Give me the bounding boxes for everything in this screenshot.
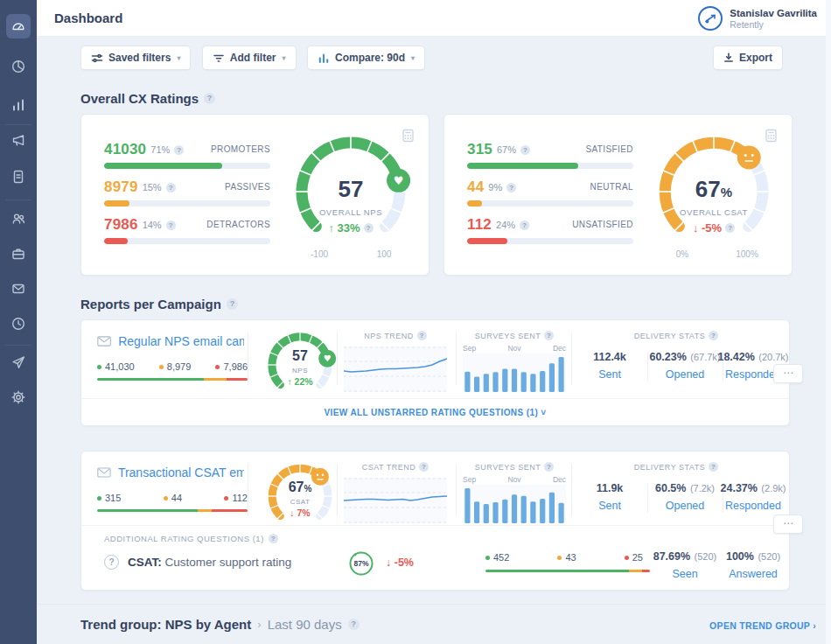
legend-detractors: 7,986 <box>215 361 248 372</box>
help-icon[interactable]: ? <box>709 462 718 472</box>
mini-gauge-delta: ↓ 7% <box>290 508 310 518</box>
overall-csat-card: 315 67% ? SATISFIED 44 9% ? NEUTRAL 11 <box>443 114 793 276</box>
surveys-bar-chart <box>463 485 566 523</box>
saved-filters-button[interactable]: Saved filters ▾ <box>80 46 191 70</box>
green-dot-icon <box>485 556 490 560</box>
add-filter-button[interactable]: Add filter ▾ <box>202 46 297 70</box>
opened-link[interactable]: Opened <box>649 500 721 512</box>
sidebar-item-outreach[interactable] <box>6 350 31 374</box>
responded-link[interactable]: Responded <box>717 500 789 512</box>
help-icon[interactable]: ? <box>166 220 176 230</box>
campaign-more-button[interactable]: ⋯ <box>773 514 803 534</box>
neutral-bar-track <box>467 200 633 206</box>
app-root: Dashboard Stanislav Gavrilita Retently S… <box>0 0 831 644</box>
calculator-icon[interactable] <box>765 129 778 143</box>
divider <box>248 332 248 385</box>
sidebar-item-reports-bars[interactable] <box>6 93 31 117</box>
overall-section-title: Overall CX Ratings ? <box>80 91 215 106</box>
sidebar-divider <box>5 345 31 346</box>
sidebar-item-campaigns[interactable] <box>6 128 31 152</box>
compare-chart-icon <box>318 52 330 64</box>
campaign-title-link[interactable]: Transactional CSAT email... <box>118 466 244 480</box>
sidebar-item-company[interactable] <box>6 242 31 266</box>
help-icon[interactable]: ? <box>544 462 554 472</box>
help-icon[interactable]: ? <box>364 223 374 233</box>
sidebar-item-settings[interactable] <box>6 385 31 410</box>
stat-seen: 87.69% (520) Seen <box>649 548 721 580</box>
answered-link[interactable]: Answered <box>717 568 789 580</box>
campaign-card-footer: VIEW ALL UNSTARRED RATING QUESTIONS (1) … <box>81 398 789 426</box>
green-dot-icon <box>97 365 101 369</box>
neutral-bar-fill <box>467 200 482 206</box>
answered-paren: (520) <box>758 551 780 562</box>
help-icon[interactable]: ? <box>544 331 554 340</box>
trend-sparkline <box>344 478 447 523</box>
help-icon[interactable]: ? <box>174 145 184 155</box>
compare-label: Compare: 90d <box>335 52 405 64</box>
seen-link[interactable]: Seen <box>649 568 721 580</box>
delivery-stats-label: DELIVERY STATS? <box>571 331 781 340</box>
calculator-icon[interactable] <box>402 129 415 143</box>
user-menu[interactable]: Stanislav Gavrilita Retently <box>698 6 817 31</box>
campaign-title-link[interactable]: Regular NPS email camp... <box>118 334 244 348</box>
help-icon[interactable]: ? <box>227 298 238 310</box>
mini-gauge-label: NPS <box>292 367 308 374</box>
open-trend-group-link[interactable]: OPEN TREND GROUP › <box>709 620 816 631</box>
help-icon[interactable]: ? <box>709 331 718 340</box>
question-circle-icon: ? <box>104 555 119 570</box>
divider <box>456 464 457 516</box>
help-icon[interactable]: ? <box>204 93 215 104</box>
legend-passives-value: 8,979 <box>167 361 192 372</box>
sidebar-item-templates[interactable] <box>6 164 31 189</box>
help-icon[interactable]: ? <box>725 223 735 233</box>
sidebar-item-customers[interactable] <box>6 206 31 231</box>
satisfied-bar-track <box>467 163 633 169</box>
divider <box>571 332 572 385</box>
document-icon <box>10 168 27 186</box>
help-icon[interactable]: ? <box>506 183 516 192</box>
brand-logo-icon <box>703 11 717 25</box>
surveys-chart-label: SURVEYS SENT? <box>463 331 566 340</box>
green-dot-icon <box>97 496 101 500</box>
red-dot-icon <box>625 556 629 560</box>
user-company: Retently <box>730 19 817 30</box>
help-icon[interactable]: ? <box>269 534 278 543</box>
campaign-more-button[interactable]: ⋯ <box>773 364 803 383</box>
clock-icon <box>10 315 27 332</box>
help-icon[interactable]: ? <box>419 462 429 472</box>
sidebar-item-history[interactable] <box>6 312 31 336</box>
csat-metrics: 315 67% ? SATISFIED 44 9% ? NEUTRAL 11 <box>467 141 633 254</box>
help-icon[interactable]: ? <box>166 183 176 192</box>
unsatisfied-label: UNSATISFIED <box>572 220 633 229</box>
seen-paren: (520) <box>695 551 717 562</box>
help-icon[interactable]: ? <box>520 145 530 155</box>
scrollbar[interactable] <box>826 0 831 644</box>
surveys-bar-chart <box>463 354 566 392</box>
sidebar-item-dashboard[interactable] <box>6 14 31 38</box>
view-all-questions-link[interactable]: VIEW ALL UNSTARRED RATING QUESTIONS (1) … <box>324 408 546 417</box>
help-icon[interactable]: ? <box>348 619 360 630</box>
passives-label: PASSIVES <box>225 182 270 192</box>
sidebar <box>0 0 37 644</box>
mini-gauge-value: 57 <box>292 348 308 363</box>
caret-down-icon: ▾ <box>411 54 415 62</box>
detractors-row: 7986 14% ? DETRACTORS <box>104 216 270 254</box>
campaign-card-csat: Transactional CSAT email... 315 44 112 6… <box>80 451 790 591</box>
sent-link[interactable]: Sent <box>574 500 646 512</box>
trend-group-range: Last 90 days <box>268 617 342 632</box>
opened-link[interactable]: Opened <box>649 368 721 381</box>
envelope-icon <box>97 335 111 347</box>
month-dec: Dec <box>553 475 566 484</box>
sent-value: 112.4k <box>593 351 626 363</box>
help-icon[interactable]: ? <box>520 220 529 230</box>
sent-link[interactable]: Sent <box>574 368 646 381</box>
sidebar-item-surveys[interactable] <box>6 276 31 301</box>
compare-button[interactable]: Compare: 90d ▾ <box>307 46 425 70</box>
mini-gauge-center: 57 NPS ↑ 22% <box>256 348 344 387</box>
export-button[interactable]: Export <box>713 46 783 70</box>
promoters-bar-fill <box>104 163 222 169</box>
stat-sent: 112.4k Sent <box>574 348 646 381</box>
sidebar-item-reports-pie[interactable] <box>6 54 31 79</box>
nps-delta-text: ↑ 33% <box>328 221 360 234</box>
help-icon[interactable]: ? <box>417 331 427 340</box>
